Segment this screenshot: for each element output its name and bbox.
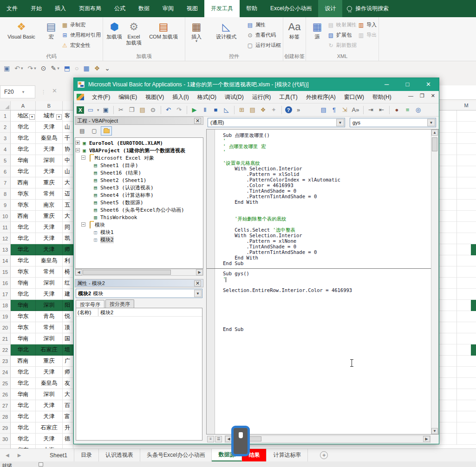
ribbon-tab-home[interactable]: 开始 xyxy=(24,0,48,17)
print-preview-icon[interactable]: ⊙ xyxy=(41,65,46,72)
sheet-tab-catalog[interactable]: 目录 xyxy=(74,449,99,461)
cell[interactable]: 深圳 xyxy=(36,155,63,166)
menu-item-7[interactable]: 工具(T) xyxy=(275,92,301,103)
properties-caption[interactable]: 属性 - 模块2 ✕ xyxy=(75,279,203,287)
expander-icon[interactable]: − xyxy=(75,147,81,154)
tree-item-vbaproject[interactable]: −▣VBAProject (1建你的第一个数据透视表 xyxy=(75,147,203,154)
menu-item-10[interactable]: 帮助(H) xyxy=(368,92,396,103)
code-line[interactable] xyxy=(215,293,431,298)
object-browser-icon[interactable]: ❖ xyxy=(259,106,267,114)
menu-item-0[interactable]: 文件(F) xyxy=(88,92,114,103)
mdi-restore-button[interactable]: ❐ xyxy=(420,93,424,99)
tell-me-search[interactable]: 操作说明搜索 xyxy=(342,0,393,17)
cell[interactable]: 华北 xyxy=(11,378,36,389)
cell[interactable]: 华东 xyxy=(11,445,36,448)
row-header-18[interactable]: 18 xyxy=(0,300,11,311)
cell[interactable]: 山 xyxy=(63,122,73,133)
expander-icon[interactable]: − xyxy=(81,222,85,227)
cell[interactable]: 坦 xyxy=(63,344,73,356)
cell[interactable]: 师 xyxy=(63,367,73,378)
ribbon-button[interactable]: ▤宏 xyxy=(42,19,60,40)
indent-icon[interactable]: ⇥ xyxy=(367,106,375,114)
cell[interactable]: 华北 xyxy=(11,122,36,133)
cell[interactable]: 常州 xyxy=(36,266,63,278)
cell[interactable]: 国 xyxy=(63,333,73,344)
expander-icon[interactable]: − xyxy=(81,154,86,162)
chevron-down-icon[interactable]: ▼ xyxy=(336,119,344,126)
code-editor[interactable]: Sub 点哪里改哪里()'' 点哪里改哪里 宏''设置单元格底纹 With Se… xyxy=(206,129,439,435)
cell[interactable]: 天津 xyxy=(36,144,63,155)
ribbon-button[interactable]: ⚙Excel 加载项 xyxy=(124,19,143,46)
cell[interactable]: 迈 xyxy=(63,188,73,200)
code-line[interactable] xyxy=(215,310,431,315)
cut-icon[interactable]: ✂ xyxy=(117,106,125,114)
ribbon-button[interactable]: ◺设计模式 xyxy=(207,19,246,40)
touch-mode-icon[interactable]: ✎▾ xyxy=(51,65,59,72)
toolbar-overflow-icon[interactable]: » xyxy=(294,106,303,114)
row-header-17[interactable]: 17 xyxy=(0,289,11,300)
code-line[interactable]: '开始删除整个表的底纹 xyxy=(215,216,431,221)
ribbon-button[interactable]: ▦源 xyxy=(308,19,326,40)
project-explorer-caption[interactable]: 工程 - VBAProject ✕ xyxy=(75,117,203,125)
new-sheet-button[interactable]: + xyxy=(320,451,328,459)
ribbon-button[interactable]: ▥导入 xyxy=(358,20,377,29)
sheet-tab-pivot-intro[interactable]: 认识透视表 xyxy=(99,449,140,461)
ribbon-button[interactable]: ▦录制宏 xyxy=(61,20,101,29)
parameter-info-icon[interactable]: ⇲ xyxy=(341,106,349,114)
row-header-1[interactable]: 1 xyxy=(0,110,11,122)
design-mode-icon[interactable]: ◺ xyxy=(222,106,231,114)
row-header-6[interactable]: 6 xyxy=(0,166,11,177)
code-line[interactable]: '设置单元格底纹 xyxy=(215,160,431,166)
row-header-22[interactable]: 22 xyxy=(0,344,11,356)
chevron-down-icon[interactable]: ▼ xyxy=(427,119,435,126)
row-header-16[interactable]: 16 xyxy=(0,278,11,289)
procedure-view-button[interactable]: ≡ xyxy=(207,436,214,442)
row-header-27[interactable]: 27 xyxy=(0,400,11,411)
ribbon-button[interactable]: ⊞使用相对引用 xyxy=(61,31,101,39)
margin-indicator-bar[interactable] xyxy=(207,130,215,434)
code-line[interactable]: ' xyxy=(215,276,431,282)
macro-record-icon[interactable] xyxy=(39,462,43,467)
properties-window-icon[interactable]: ▤ xyxy=(248,106,257,114)
code-line[interactable]: .PatternColorIndex = xlAutomatic xyxy=(215,177,431,182)
ribbon-tab-design[interactable]: 设计 xyxy=(318,0,342,17)
tree-item-sheet4[interactable]: ▤Sheet4 (计算达标率) xyxy=(75,191,203,199)
scroll-right-icon[interactable]: ▶ xyxy=(423,436,430,442)
cell[interactable]: 华北 xyxy=(11,289,36,300)
cell[interactable]: 悦 xyxy=(63,311,73,322)
cell[interactable]: 华北 xyxy=(11,400,36,411)
code-line[interactable] xyxy=(215,321,431,326)
code-vertical-scrollbar[interactable]: ▲ ▼ xyxy=(431,130,438,434)
cell[interactable]: 天津 xyxy=(36,400,63,411)
tree-item-modules[interactable]: −模块 xyxy=(75,221,203,228)
scroll-down-icon[interactable]: ▼ xyxy=(431,428,438,434)
cell[interactable]: 秦皇岛 xyxy=(36,133,63,144)
tree-item-sheet2[interactable]: ▤Sheet2 (Sheet1) xyxy=(75,176,203,184)
column-header-a[interactable]: A xyxy=(11,101,36,110)
row-header-19[interactable]: 19 xyxy=(0,311,11,322)
project-horizontal-scrollbar[interactable]: ◀ ▶ xyxy=(75,269,203,276)
code-line[interactable]: End With xyxy=(215,199,431,205)
chevron-down-icon[interactable]: ▼ xyxy=(194,290,202,297)
code-line[interactable] xyxy=(215,205,431,210)
cell[interactable]: 利 xyxy=(63,255,73,266)
row-header-2[interactable]: 2 xyxy=(0,122,11,133)
cell[interactable]: 西南 xyxy=(11,356,36,367)
toolbox-icon[interactable]: ✦ xyxy=(270,106,278,114)
circle-icon[interactable]: ○ xyxy=(75,65,78,72)
ribbon-tab-data[interactable]: 数据 xyxy=(132,0,156,17)
ribbon-tab-insert[interactable]: 插入 xyxy=(48,0,72,17)
window-icon[interactable]: ⬒ xyxy=(64,65,70,72)
row-header-8[interactable]: 8 xyxy=(0,188,11,200)
row-header-15[interactable]: 15 xyxy=(0,266,11,278)
code-line[interactable] xyxy=(215,155,431,160)
cell[interactable]: 客 xyxy=(63,110,73,122)
cell[interactable]: 同 xyxy=(63,222,73,233)
cell[interactable]: 华南 xyxy=(11,300,36,311)
tree-item-module1[interactable]: ◫模块1 xyxy=(75,228,203,236)
cell[interactable]: 阳 xyxy=(63,300,73,311)
cell[interactable]: 华东 xyxy=(11,266,36,278)
filter-icon[interactable]: ▼ xyxy=(29,114,35,120)
cell[interactable]: 大 xyxy=(63,389,73,400)
property-row[interactable]: (名称)模块2 xyxy=(76,308,202,317)
